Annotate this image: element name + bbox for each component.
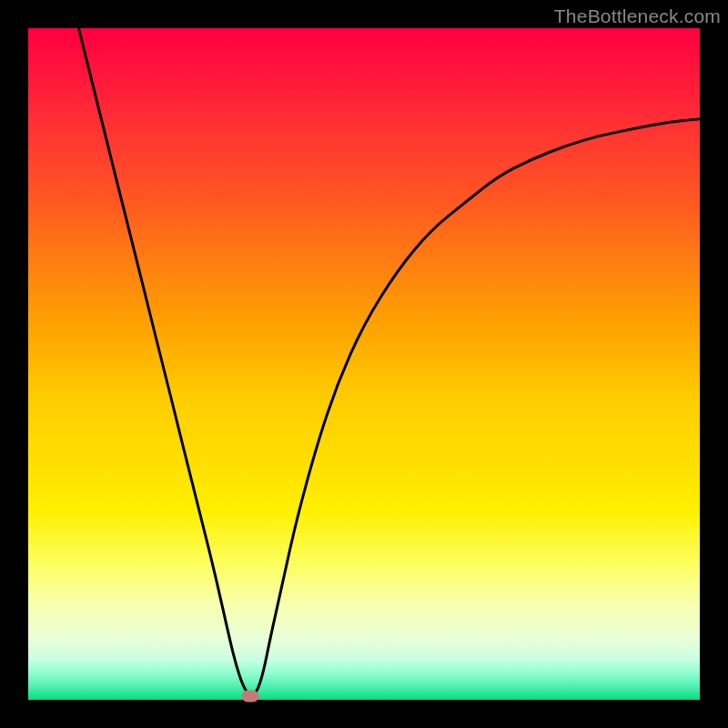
optimal-point-marker bbox=[241, 691, 258, 703]
bottleneck-curve-line bbox=[78, 28, 700, 695]
bottleneck-curve-svg bbox=[28, 28, 700, 700]
chart-frame: TheBottleneck.com bbox=[0, 0, 728, 728]
watermark-text: TheBottleneck.com bbox=[554, 5, 721, 27]
